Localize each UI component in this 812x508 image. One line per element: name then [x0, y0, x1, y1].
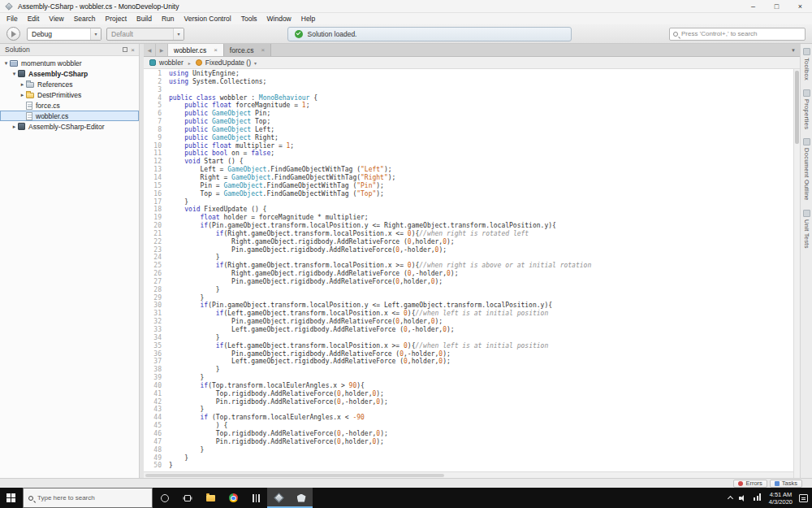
code-line[interactable]: 12 void Start () { — [144, 158, 793, 166]
horizontal-scrollbar-thumb[interactable] — [145, 474, 444, 477]
code-line[interactable]: 49 } — [144, 454, 793, 462]
code-line[interactable]: 40 if(Top.transform.localEulerAngles.x >… — [144, 382, 793, 390]
line-number[interactable]: 15 — [144, 182, 162, 190]
horizontal-scrollbar[interactable] — [144, 471, 793, 478]
tree-item-assembly-csharp-editor[interactable]: ▸Assembly-CSharp-Editor — [0, 121, 139, 132]
dock-tab-unit-tests[interactable]: Unit Tests — [803, 210, 810, 249]
file-explorer-button[interactable] — [199, 488, 222, 508]
code-line[interactable]: 25 if(Right.gameObject.transform.localPo… — [144, 262, 793, 270]
code-line[interactable]: 2using System.Collections; — [144, 78, 793, 86]
tab-close-icon[interactable]: × — [214, 46, 218, 54]
code-line[interactable]: 33 Left.gameObject.rigidbody.AddRelative… — [144, 326, 793, 334]
network-icon[interactable] — [757, 496, 758, 501]
bottom-tab-tasks[interactable]: Tasks — [770, 480, 802, 488]
expander-icon[interactable]: ▾ — [2, 58, 10, 68]
code-line[interactable]: 34 } — [144, 334, 793, 342]
line-number[interactable]: 30 — [144, 302, 162, 310]
code-line[interactable]: 8 public GameObject Left; — [144, 126, 793, 134]
code-line[interactable]: 31 if(Left.gameObject.transform.localPos… — [144, 310, 793, 318]
dock-tab-toolbox[interactable]: Toolbox — [803, 48, 810, 80]
line-number[interactable]: 7 — [144, 118, 162, 126]
minimize-button[interactable]: – — [741, 0, 765, 12]
line-number[interactable]: 4 — [144, 94, 162, 102]
line-number[interactable]: 24 — [144, 254, 162, 262]
code-line[interactable]: 28 } — [144, 286, 793, 294]
tab-close-icon[interactable]: × — [261, 46, 266, 54]
line-number[interactable]: 27 — [144, 278, 162, 286]
tray-expand-icon[interactable] — [728, 496, 733, 501]
code-line[interactable]: 3 — [144, 86, 793, 94]
code-line[interactable]: 42 Pin.rigidbody.AddRelativeForce(0,-hol… — [144, 398, 793, 406]
line-number[interactable]: 1 — [144, 70, 162, 78]
line-number[interactable]: 18 — [144, 206, 162, 214]
run-button[interactable] — [6, 27, 20, 41]
code-line[interactable]: 23 Pin.gameObject.rigidbody.AddRelativeF… — [144, 246, 793, 254]
line-number[interactable]: 23 — [144, 246, 162, 254]
line-number[interactable]: 3 — [144, 86, 162, 94]
line-number[interactable]: 2 — [144, 78, 162, 86]
code-line[interactable]: 32 Pin.gameObject.rigidbody.AddRelativeF… — [144, 318, 793, 326]
code-line[interactable]: 50} — [144, 462, 793, 470]
code-line[interactable]: 7 public GameObject Top; — [144, 118, 793, 126]
code-line[interactable]: 14 Right = GameObject.FindGameObjectWith… — [144, 174, 793, 182]
menu-search[interactable]: Search — [69, 15, 101, 23]
expander-icon[interactable]: ▸ — [19, 79, 26, 89]
tree-item-wobbler-cs[interactable]: wobbler.cs — [0, 111, 139, 121]
menu-project[interactable]: Project — [101, 15, 132, 23]
menu-window[interactable]: Window — [262, 15, 296, 23]
line-number[interactable]: 16 — [144, 190, 162, 198]
breadcrumb-class[interactable]: wobbler — [159, 59, 184, 67]
line-number[interactable]: 14 — [144, 174, 162, 182]
line-number[interactable]: 9 — [144, 134, 162, 142]
configuration-select[interactable]: Debug ▾ — [27, 28, 102, 41]
code-line[interactable]: 35 if(Left.gameObject.transform.localPos… — [144, 342, 793, 350]
line-number[interactable]: 40 — [144, 382, 162, 390]
search-input[interactable] — [681, 30, 801, 37]
pad-close-icon[interactable]: × — [131, 46, 135, 54]
menu-help[interactable]: Help — [296, 15, 320, 23]
code-line[interactable]: 26 Right.gameObject.rigidbody.AddRelativ… — [144, 270, 793, 278]
code-line[interactable]: 48 } — [144, 446, 793, 454]
monodevelop-button[interactable] — [267, 488, 290, 508]
code-line[interactable]: 4public class wobbler : MonoBehaviour { — [144, 94, 793, 102]
tree-item-momentum-wobbler[interactable]: ▾momentum wobbler — [0, 58, 139, 68]
chrome-button[interactable] — [222, 488, 244, 508]
line-number[interactable]: 26 — [144, 270, 162, 278]
line-number[interactable]: 34 — [144, 334, 162, 342]
tab-force-cs[interactable]: force.cs× — [224, 44, 271, 56]
menu-run[interactable]: Run — [157, 15, 179, 23]
line-number[interactable]: 44 — [144, 414, 162, 422]
tab-nav-forward-icon[interactable]: ▶ — [156, 44, 168, 56]
dock-tab-properties[interactable]: Properties — [803, 89, 810, 129]
autohide-pin-icon[interactable] — [123, 47, 127, 52]
code-line[interactable]: 19 float holder = forceMagnitude * multi… — [144, 214, 793, 222]
taskbar-search-input[interactable] — [37, 494, 147, 501]
line-number[interactable]: 17 — [144, 198, 162, 206]
line-number[interactable]: 19 — [144, 214, 162, 222]
code-line[interactable]: 5 public float forceMagnitude = 1; — [144, 102, 793, 110]
platform-select[interactable]: Default ▾ — [106, 28, 184, 41]
code-line[interactable]: 38 } — [144, 366, 793, 374]
code-line[interactable]: 37 Left.gameObject.rigidbody.AddRelative… — [144, 358, 793, 366]
code-line[interactable]: 41 Top.rigidbody.AddRelativeForce(0,hold… — [144, 390, 793, 398]
taskbar-search[interactable] — [23, 488, 153, 508]
expander-icon[interactable]: ▸ — [11, 121, 18, 132]
line-number[interactable]: 25 — [144, 262, 162, 270]
unity-button[interactable] — [290, 488, 313, 508]
line-number[interactable]: 6 — [144, 110, 162, 118]
tab-wobbler-cs[interactable]: wobbler.cs× — [168, 44, 224, 56]
menu-edit[interactable]: Edit — [23, 15, 45, 23]
bottom-tab-errors[interactable]: Errors — [733, 480, 767, 488]
breadcrumb-member[interactable]: FixedUpdate () — [205, 59, 251, 67]
line-number[interactable]: 32 — [144, 318, 162, 326]
line-number[interactable]: 46 — [144, 430, 162, 438]
code-line[interactable]: 30 if(Pin.gameObject.transform.localPosi… — [144, 302, 793, 310]
code-line[interactable]: 1using UnityEngine; — [144, 70, 793, 78]
volume-icon[interactable] — [739, 495, 746, 501]
tab-list-dropdown-icon[interactable]: ▼ — [787, 44, 800, 56]
code-line[interactable]: 29 } — [144, 294, 793, 302]
line-number[interactable]: 10 — [144, 142, 162, 150]
line-number[interactable]: 36 — [144, 350, 162, 358]
vertical-scrollbar-thumb[interactable] — [795, 71, 799, 144]
line-number[interactable]: 43 — [144, 406, 162, 414]
